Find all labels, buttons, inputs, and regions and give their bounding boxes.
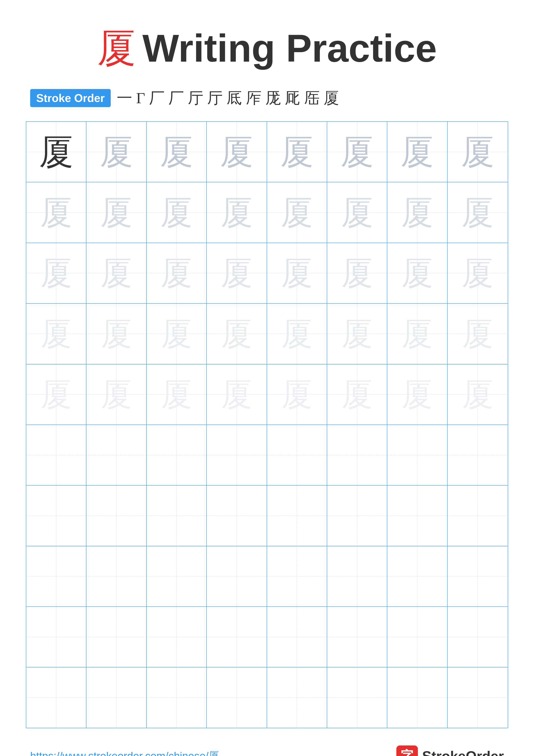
grid-cell-3-7[interactable]: 厦	[387, 243, 447, 303]
page: 厦 Writing Practice Stroke Order 一 Γ 厂 厂 …	[0, 0, 534, 756]
grid-cell-9-8[interactable]	[447, 607, 508, 667]
grid-cell-3-5[interactable]: 厦	[267, 243, 327, 303]
grid-cell-5-1[interactable]: 厦	[26, 364, 87, 424]
grid-cell-9-3[interactable]	[147, 607, 207, 667]
stroke-4: 厂	[168, 88, 184, 108]
char-lighter: 厦	[100, 257, 132, 289]
stroke-12: 厦	[323, 88, 339, 108]
grid-cell-6-4[interactable]	[207, 425, 267, 485]
grid-cell-3-4[interactable]: 厦	[207, 243, 267, 303]
grid-cell-1-7[interactable]: 厦	[387, 122, 447, 182]
char-verylightest: 厦	[40, 379, 72, 410]
grid-cell-10-7[interactable]	[387, 667, 447, 728]
grid-cell-7-7[interactable]	[387, 486, 447, 546]
grid-cell-7-2[interactable]	[87, 486, 146, 546]
grid-cell-1-8[interactable]: 厦	[447, 122, 508, 182]
grid-cell-7-5[interactable]	[267, 486, 327, 546]
grid-cell-7-4[interactable]	[207, 486, 267, 546]
grid-cell-2-4[interactable]: 厦	[207, 182, 267, 242]
stroke-10: 厑	[285, 88, 300, 108]
grid-cell-10-8[interactable]	[447, 667, 508, 728]
grid-cell-1-1[interactable]: 厦	[26, 122, 87, 182]
grid-cell-1-5[interactable]: 厦	[267, 122, 327, 182]
grid-cell-6-3[interactable]	[147, 425, 207, 485]
grid-cell-4-7[interactable]: 厦	[387, 304, 447, 364]
grid-cell-4-8[interactable]: 厦	[447, 304, 508, 364]
grid-cell-6-5[interactable]	[267, 425, 327, 485]
grid-row-3: 厦 厦 厦 厦 厦 厦 厦 厦	[26, 243, 508, 304]
grid-cell-6-2[interactable]	[87, 425, 146, 485]
grid-cell-6-6[interactable]	[327, 425, 387, 485]
grid-cell-6-1[interactable]	[26, 425, 87, 485]
grid-cell-2-8[interactable]: 厦	[447, 182, 508, 242]
grid-cell-9-6[interactable]	[327, 607, 387, 667]
grid-cell-8-6[interactable]	[327, 546, 387, 607]
grid-cell-4-6[interactable]: 厦	[327, 304, 387, 364]
grid-cell-8-5[interactable]	[267, 546, 327, 607]
grid-cell-3-8[interactable]: 厦	[447, 243, 508, 303]
practice-grid[interactable]: 厦 厦 厦 厦 厦 厦 厦 厦	[26, 121, 508, 728]
grid-cell-5-7[interactable]: 厦	[387, 364, 447, 424]
grid-cell-2-6[interactable]: 厦	[327, 182, 387, 242]
grid-cell-9-2[interactable]	[87, 607, 146, 667]
strokeorder-icon: 字	[396, 745, 418, 756]
stroke-11: 厒	[304, 88, 320, 108]
grid-cell-5-8[interactable]: 厦	[447, 364, 508, 424]
grid-cell-4-4[interactable]: 厦	[207, 304, 267, 364]
grid-cell-10-4[interactable]	[207, 667, 267, 728]
grid-cell-2-5[interactable]: 厦	[267, 182, 327, 242]
grid-cell-5-5[interactable]: 厦	[267, 364, 327, 424]
grid-cell-4-2[interactable]: 厦	[87, 304, 146, 364]
grid-cell-9-4[interactable]	[207, 607, 267, 667]
grid-cell-4-5[interactable]: 厦	[267, 304, 327, 364]
grid-cell-5-2[interactable]: 厦	[87, 364, 146, 424]
grid-cell-2-2[interactable]: 厦	[87, 182, 146, 242]
grid-cell-10-6[interactable]	[327, 667, 387, 728]
grid-cell-6-8[interactable]	[447, 425, 508, 485]
grid-cell-5-4[interactable]: 厦	[207, 364, 267, 424]
grid-cell-3-6[interactable]: 厦	[327, 243, 387, 303]
grid-cell-9-5[interactable]	[267, 607, 327, 667]
footer-url[interactable]: https://www.strokeorder.com/chinese/厦	[30, 749, 219, 756]
grid-cell-5-6[interactable]: 厦	[327, 364, 387, 424]
grid-cell-10-2[interactable]	[87, 667, 146, 728]
grid-cell-3-1[interactable]: 厦	[26, 243, 87, 303]
grid-cell-4-3[interactable]: 厦	[147, 304, 207, 364]
grid-cell-10-1[interactable]	[26, 667, 87, 728]
grid-cell-1-3[interactable]: 厦	[147, 122, 207, 182]
grid-cell-7-8[interactable]	[447, 486, 508, 546]
char-light: 厦	[401, 196, 433, 229]
grid-cell-3-2[interactable]: 厦	[87, 243, 146, 303]
char-lightest: 厦	[281, 318, 313, 349]
grid-cell-10-3[interactable]	[147, 667, 207, 728]
grid-cell-7-6[interactable]	[327, 486, 387, 546]
grid-cell-2-3[interactable]: 厦	[147, 182, 207, 242]
grid-cell-8-1[interactable]	[26, 546, 87, 607]
grid-cell-9-1[interactable]	[26, 607, 87, 667]
grid-cell-7-1[interactable]	[26, 486, 87, 546]
grid-cell-8-7[interactable]	[387, 546, 447, 607]
grid-cell-4-1[interactable]: 厦	[26, 304, 87, 364]
grid-cell-6-7[interactable]	[387, 425, 447, 485]
grid-cell-8-4[interactable]	[207, 546, 267, 607]
grid-cell-7-3[interactable]	[147, 486, 207, 546]
grid-cell-1-2[interactable]: 厦	[87, 122, 146, 182]
char-lighter: 厦	[401, 257, 433, 289]
char-verylightest: 厦	[401, 379, 433, 410]
grid-cell-8-8[interactable]	[447, 546, 508, 607]
grid-cell-2-1[interactable]: 厦	[26, 182, 87, 242]
title-chinese-char: 厦	[97, 29, 136, 68]
grid-cell-8-3[interactable]	[147, 546, 207, 607]
grid-cell-5-3[interactable]: 厦	[147, 364, 207, 424]
grid-cell-10-5[interactable]	[267, 667, 327, 728]
grid-cell-3-3[interactable]: 厦	[147, 243, 207, 303]
grid-cell-2-7[interactable]: 厦	[387, 182, 447, 242]
grid-row-7	[26, 486, 508, 546]
grid-row-10	[26, 667, 508, 728]
stroke-chars: 一 Γ 厂 厂 厅 厅 厎 厏 厐 厑 厒 厦	[117, 88, 339, 108]
grid-cell-8-2[interactable]	[87, 546, 146, 607]
grid-cell-9-7[interactable]	[387, 607, 447, 667]
stroke-order-badge: Stroke Order	[30, 89, 111, 107]
grid-cell-1-6[interactable]: 厦	[327, 122, 387, 182]
grid-cell-1-4[interactable]: 厦	[207, 122, 267, 182]
